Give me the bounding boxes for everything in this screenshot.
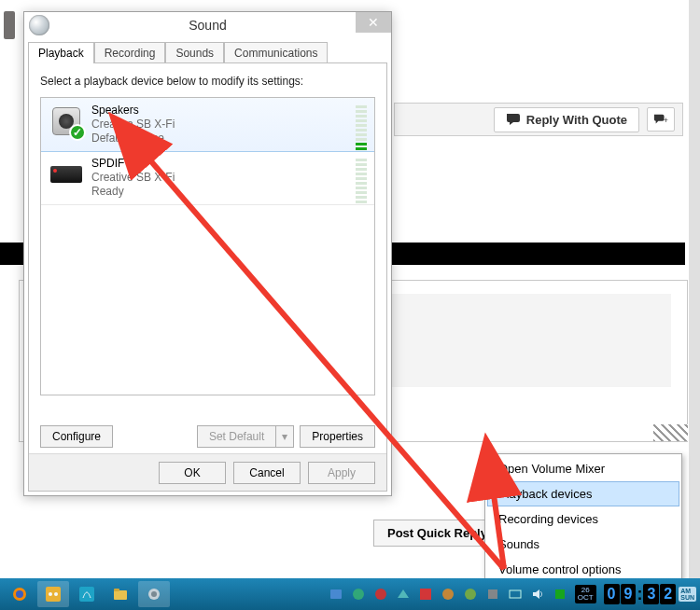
apply-button[interactable]: Apply	[308, 462, 375, 484]
clock-m1: 3	[643, 584, 659, 604]
device-spdif[interactable]: SPDIF Out Creative SB X-Fi Ready	[41, 151, 374, 205]
multi-quote-button[interactable]: +	[647, 107, 675, 132]
svg-point-12	[353, 589, 364, 600]
svg-point-2	[16, 590, 23, 598]
tray-icon[interactable]	[351, 587, 366, 602]
clock-colon: :	[637, 585, 642, 604]
ctx-playback-devices[interactable]: Playback devices	[487, 481, 679, 506]
tab-playback[interactable]: Playback	[28, 42, 94, 63]
system-tray: 26 OCT 0 9 : 3 2 AMSUN	[329, 584, 696, 604]
set-default-caret[interactable]: ▾	[275, 425, 294, 448]
chevron-down-icon: ▾	[282, 430, 287, 443]
post-quick-reply-button[interactable]: Post Quick Reply	[373, 520, 501, 547]
clock-m2: 2	[660, 584, 676, 604]
tray-clock[interactable]: 0 9 : 3 2 AMSUN	[604, 584, 696, 604]
sound-window-icon[interactable]	[138, 581, 170, 607]
tray-date-mon: OCT	[578, 594, 594, 602]
tray-icon[interactable]	[553, 587, 567, 602]
clock-h1: 0	[604, 584, 620, 604]
explorer-icon[interactable]	[105, 581, 136, 607]
ok-button[interactable]: OK	[159, 462, 226, 484]
device-name: SPDIF Out	[91, 157, 175, 171]
reply-with-quote-button[interactable]: Reply With Quote	[494, 107, 639, 132]
level-meter	[356, 105, 367, 150]
tab-sounds[interactable]: Sounds	[165, 42, 224, 63]
device-status: Default Device	[91, 132, 175, 146]
svg-point-15	[442, 589, 454, 600]
svg-rect-11	[330, 589, 342, 599]
set-default-button[interactable]: Set Default	[197, 425, 275, 448]
dialog-title: Sound	[24, 18, 391, 33]
instruction-text: Select a playback device below to modify…	[40, 75, 375, 88]
tray-date[interactable]: 26 OCT	[575, 585, 596, 603]
svg-rect-3	[46, 587, 61, 602]
set-default-split[interactable]: Set Default ▾	[197, 425, 294, 448]
svg-rect-8	[114, 589, 119, 591]
post-actions-row: Reply With Quote +	[394, 103, 683, 136]
reply-with-quote-label: Reply With Quote	[526, 113, 627, 127]
firefox-icon[interactable]	[4, 581, 35, 607]
multi-quote-icon: +	[653, 113, 668, 126]
device-speakers[interactable]: ✓ Speakers Creative SB X-Fi Default Devi…	[40, 97, 375, 152]
tray-volume-icon[interactable]	[530, 587, 545, 602]
device-status: Ready	[91, 185, 175, 199]
device-buttons: Configure Set Default ▾ Properties	[40, 425, 375, 448]
tray-icon[interactable]	[441, 587, 455, 602]
taskbar[interactable]: 26 OCT 0 9 : 3 2 AMSUN	[0, 578, 700, 610]
tray-context-menu: Open Volume Mixer Playback devices Recor…	[484, 453, 682, 585]
app-icon-2[interactable]	[37, 581, 69, 607]
tray-icon[interactable]	[396, 587, 411, 602]
ctx-open-mixer[interactable]: Open Volume Mixer	[487, 456, 679, 481]
spdif-icon	[49, 157, 84, 192]
svg-point-5	[54, 592, 58, 596]
tray-icon[interactable]	[329, 587, 343, 602]
level-meter	[356, 159, 367, 203]
tray-icon[interactable]	[373, 587, 388, 602]
configure-button[interactable]: Configure	[40, 425, 113, 448]
cancel-button[interactable]: Cancel	[233, 462, 301, 484]
app-icon-3[interactable]	[71, 581, 103, 607]
device-list[interactable]: ✓ Speakers Creative SB X-Fi Default Devi…	[40, 97, 375, 395]
svg-text:+: +	[664, 116, 668, 125]
quote-icon	[506, 113, 521, 126]
ctx-sounds[interactable]: Sounds	[487, 532, 679, 557]
svg-rect-17	[488, 589, 497, 599]
close-icon: ✕	[368, 15, 379, 30]
page-left-sliver	[4, 11, 15, 39]
device-name: Speakers	[91, 104, 175, 118]
svg-point-16	[465, 589, 476, 600]
svg-rect-6	[79, 587, 94, 602]
default-check-icon: ✓	[69, 124, 86, 141]
tab-body: Select a playback device below to modify…	[28, 62, 387, 492]
clock-ampm: AMSUN	[679, 587, 696, 602]
tray-icon[interactable]	[463, 587, 478, 602]
tabstrip: Playback Recording Sounds Communications	[24, 38, 391, 62]
svg-point-4	[49, 592, 52, 596]
tray-network-icon[interactable]	[508, 587, 523, 602]
dialog-ok-row: OK Cancel Apply	[29, 453, 386, 491]
tab-recording[interactable]: Recording	[94, 42, 166, 63]
page-scroll-gutter	[689, 0, 700, 578]
tab-communications[interactable]: Communications	[224, 42, 328, 63]
svg-rect-19	[555, 589, 565, 599]
svg-rect-7	[114, 590, 127, 600]
device-driver: Creative SB X-Fi	[91, 118, 175, 132]
clock-h2: 9	[621, 584, 637, 604]
svg-rect-18	[510, 590, 521, 598]
speaker-icon: ✓	[49, 104, 84, 139]
tray-icon[interactable]	[418, 587, 433, 602]
tray-icon[interactable]	[485, 587, 500, 602]
device-driver: Creative SB X-Fi	[91, 171, 175, 185]
resize-grip-icon[interactable]	[653, 424, 688, 441]
sound-dialog: Sound ✕ Playback Recording Sounds Commun…	[23, 11, 392, 496]
close-button[interactable]: ✕	[356, 12, 391, 33]
titlebar[interactable]: Sound ✕	[24, 12, 391, 38]
svg-point-13	[375, 589, 386, 600]
svg-point-10	[151, 591, 157, 597]
properties-button[interactable]: Properties	[300, 425, 375, 448]
svg-rect-14	[420, 589, 431, 600]
taskbar-apps	[4, 581, 170, 607]
ctx-recording-devices[interactable]: Recording devices	[487, 506, 679, 532]
